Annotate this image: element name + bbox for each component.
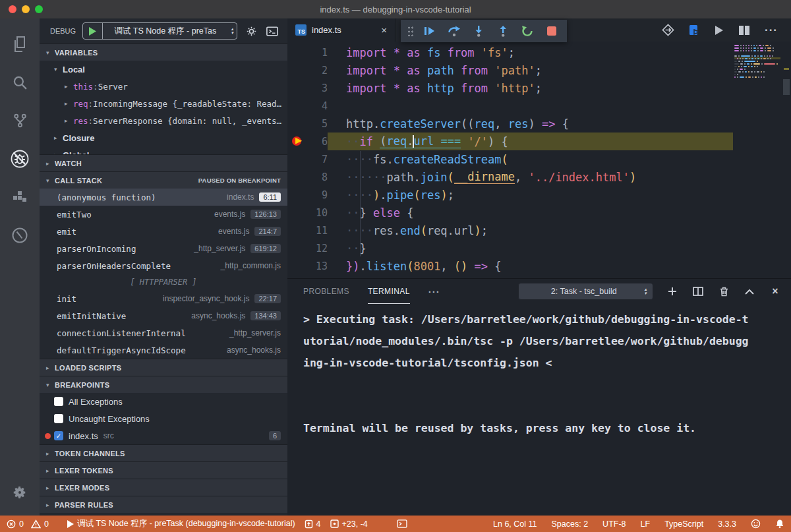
stack-frame[interactable]: emitevents.js214:7 [40,223,287,240]
diff-status[interactable]: +23, -4 [330,519,368,529]
debug-title: DEBUG [50,27,76,35]
editor-gutter[interactable]: 12 [287,239,328,257]
callstack-section-header[interactable]: ▾ CALL STACK PAUSED ON BREAKPOINT [40,171,287,189]
minimize-window-button[interactable] [22,5,30,13]
zoom-window-button[interactable] [35,5,43,13]
terminal-output[interactable]: > Executing task: /Users/barretlee/work/… [287,304,791,444]
section-header-token-channels[interactable]: ▸TOKEN CHANNELS [40,444,287,461]
stack-frame[interactable]: emitInitNativeasync_hooks.js134:43 [40,307,287,324]
breakpoint-checkbox[interactable]: ✓ [54,431,63,440]
variable-row[interactable]: ▸this: Server [40,78,287,95]
breakpoint-row[interactable]: Uncaught Exceptions [40,410,287,427]
file-sync-status[interactable]: 4 [305,519,321,529]
loaded-scripts-section-header[interactable]: ▸ LOADED SCRIPTS [40,359,287,376]
stack-frame[interactable]: defaultTriggerAsyncIdScopeasync_hooks.js [40,341,287,359]
debug-console-icon[interactable] [265,26,279,36]
editor-gutter[interactable]: 3 [287,79,328,97]
editor-gutter[interactable]: 9 [287,186,328,204]
scope-row[interactable]: ▸Global [40,146,287,154]
search-icon[interactable] [0,63,40,102]
editor-gutter[interactable]: 4 [287,97,328,115]
stack-frame[interactable]: connectionListenerInternal_http_server.j… [40,324,287,341]
code-editor[interactable]: 1import * as fs from 'fs';2import * as p… [287,42,791,278]
close-panel-icon[interactable]: × [769,285,782,298]
scope-row[interactable]: ▸Closure [40,129,287,146]
stop-button[interactable] [544,23,560,39]
scope-row[interactable]: ▾Local [40,61,287,78]
debug-status[interactable]: 调试 TS Node 程序 - preTask (debugging-in-vs… [67,518,295,529]
watch-title: WATCH [55,160,82,167]
step-into-button[interactable] [471,23,486,39]
tab-index-ts[interactable]: TS index.ts × [287,18,396,42]
files-icon[interactable] [0,25,40,63]
variable-row[interactable]: ▸req: IncomingMessage {_readableState: R… [40,95,287,112]
terminal-select[interactable]: 2: Task - tsc_build ▴▾ [518,283,653,300]
terminal-status-icon[interactable] [397,519,407,528]
section-header-lexer-modes[interactable]: ▸LEXER MODES [40,479,287,496]
editor-gutter[interactable]: 1 [287,44,328,61]
stack-frame[interactable]: initinspector_async_hook.js22:17 [40,290,287,307]
restart-button[interactable] [519,23,535,39]
debug-icon[interactable] [0,140,40,178]
watch-section-header[interactable]: ▸ WATCH [40,154,287,171]
stack-frame[interactable]: parserOnIncoming_http_server.js619:12 [40,240,287,257]
split-terminal-icon[interactable] [691,285,705,298]
kill-terminal-trash-icon[interactable] [717,285,730,298]
step-out-button[interactable] [495,23,511,39]
editor-gutter[interactable]: 2 [287,61,328,79]
extensions-icon[interactable] [0,178,40,216]
close-tab-icon[interactable]: × [381,24,387,36]
language-mode[interactable]: TypeScript [664,519,703,529]
new-terminal-icon[interactable] [666,285,679,298]
indentation-setting[interactable]: Spaces: 2 [552,519,589,529]
stack-frame[interactable]: (anonymous function)index.ts6:11 [40,189,287,206]
open-preview-icon[interactable] [689,24,700,36]
settings-icon[interactable] [0,473,40,512]
antlr-icon[interactable] [0,216,40,254]
editor-gutter[interactable]: ▶6 [287,133,328,150]
editor-gutter[interactable]: 5 [287,115,328,133]
cursor-position[interactable]: Ln 6, Col 11 [493,519,537,529]
breakpoint-row[interactable]: All Exceptions [40,393,287,410]
minimap[interactable] [734,44,780,78]
stack-frame[interactable]: parserOnHeadersComplete_http_common.js [40,257,287,274]
split-editor-icon[interactable] [738,25,750,36]
section-header-lexer-tokens[interactable]: ▸LEXER TOKENS [40,461,287,479]
continue-button[interactable] [422,23,438,39]
eol-setting[interactable]: LF [641,519,651,529]
editor-gutter[interactable]: 13 [287,257,328,275]
panel-tab-problems[interactable]: PROBLEMS [303,279,349,304]
start-debug-button[interactable] [83,23,103,39]
editor-gutter[interactable]: 10 [287,204,328,222]
editor-gutter[interactable]: 8 [287,168,328,186]
typescript-version[interactable]: 3.3.3 [718,519,736,529]
code-text: ··} else { [328,204,733,222]
panel-more-icon[interactable]: ··· [428,286,440,297]
editor-scrollbar-thumb[interactable] [783,79,790,95]
breakpoint-row[interactable]: ✓index.tssrc6 [40,427,287,444]
editor-gutter[interactable]: 11 [287,222,328,239]
debug-config-select[interactable]: 调试 TS Node 程序 - preTas ▴▾ [82,22,237,40]
variables-section-header[interactable]: ▾ VARIABLES [40,44,287,61]
breakpoint-checkbox[interactable] [54,414,63,423]
editor-gutter[interactable]: 7 [287,150,328,168]
source-control-icon[interactable] [0,102,40,140]
notifications-bell-icon[interactable] [775,519,784,529]
encoding-setting[interactable]: UTF-8 [602,519,626,529]
problems-status[interactable]: 0 0 [7,519,49,529]
step-over-button[interactable] [446,23,462,39]
maximize-panel-icon[interactable] [743,285,756,298]
breakpoint-checkbox[interactable] [54,397,63,406]
close-window-button[interactable] [9,5,16,13]
variable-row[interactable]: ▸res: ServerResponse {domain: null, _eve… [40,112,287,129]
toolbar-drag-handle[interactable] [407,26,413,36]
section-header-parser-rules[interactable]: ▸PARSER RULES [40,496,287,513]
configure-gear-icon[interactable] [244,26,258,37]
breakpoints-section-header[interactable]: ▾ BREAKPOINTS [40,376,287,393]
stack-frame[interactable]: emitTwoevents.js126:13 [40,206,287,223]
more-icon[interactable]: ··· [765,24,778,37]
feedback-smiley-icon[interactable] [751,519,761,529]
run-icon[interactable] [715,25,724,36]
open-changes-icon[interactable] [662,24,674,36]
panel-tab-terminal[interactable]: TERMINAL [368,279,410,304]
